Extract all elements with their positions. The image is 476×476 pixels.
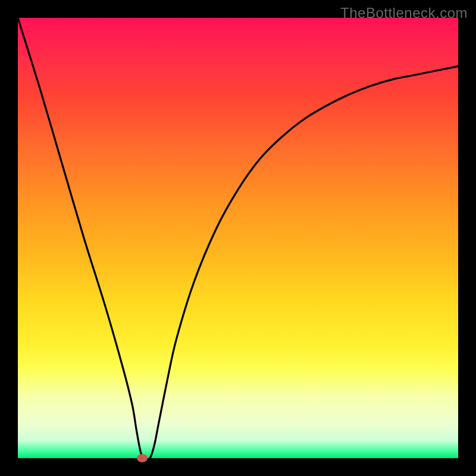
chart-curve-svg xyxy=(18,18,458,458)
chart-plot-area xyxy=(18,18,458,458)
bottleneck-curve-path xyxy=(18,18,458,459)
optimal-point-marker xyxy=(137,454,148,462)
watermark-text: TheBottleneck.com xyxy=(340,5,468,21)
